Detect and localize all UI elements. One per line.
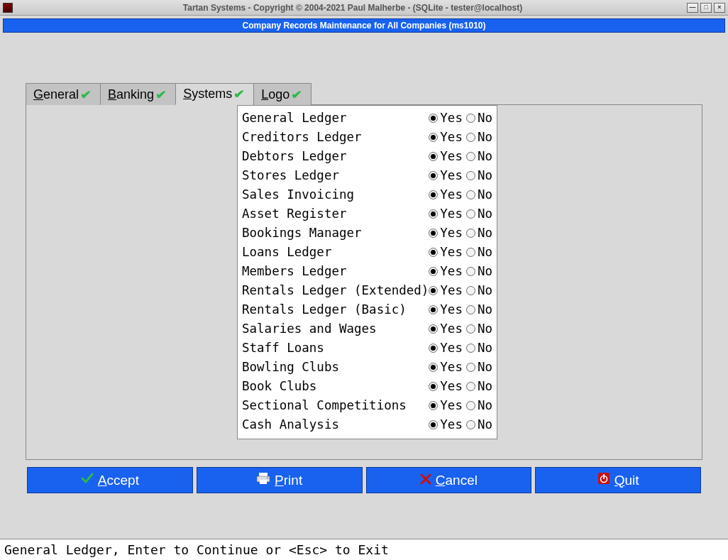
radio-yes-label: Yes [440,319,463,339]
tab-systems[interactable]: Systems ✔ [175,83,254,105]
radio-no[interactable] [466,229,475,238]
radio-yes[interactable] [429,363,438,372]
radio-yes[interactable] [429,229,438,238]
accept-button[interactable]: Accept [27,467,193,493]
radio-no[interactable] [466,382,475,391]
check-icon: ✔ [155,88,167,101]
radio-yes[interactable] [429,401,438,410]
radio-yes[interactable] [429,248,438,257]
radio-group: YesNo [429,224,492,243]
radio-no[interactable] [466,305,475,314]
tab-banking[interactable]: Banking ✔ [100,83,176,105]
radio-no[interactable] [466,363,475,372]
system-row: Sectional CompetitionsYesNo [242,396,492,415]
radio-no-label: No [478,415,492,434]
system-row: Bowling ClubsYesNo [242,358,492,377]
radio-yes[interactable] [429,305,438,314]
maximize-button[interactable]: □ [700,3,712,13]
radio-yes-label: Yes [440,281,463,300]
system-label: Members Ledger [242,262,429,281]
radio-no-label: No [478,224,492,243]
radio-no-label: No [478,185,492,204]
radio-group: YesNo [429,339,492,358]
radio-yes-label: Yes [440,377,463,396]
radio-no[interactable] [466,114,475,123]
tab-general[interactable]: General ✔ [26,83,101,105]
radio-no[interactable] [466,152,475,161]
svg-point-3 [267,478,268,479]
system-row: Bookings ManagerYesNo [242,224,492,243]
close-button[interactable]: × [714,3,725,13]
system-row: General LedgerYesNo [242,109,492,128]
radio-yes[interactable] [429,209,438,219]
tab-panel: General LedgerYesNoCreditors LedgerYesNo… [26,105,702,460]
radio-yes[interactable] [429,190,438,199]
radio-group: YesNo [429,377,492,396]
radio-yes[interactable] [429,171,438,180]
system-label: Stores Ledger [242,166,429,185]
titlebar: Tartan Systems - Copyright © 2004-2021 P… [0,0,728,16]
radio-yes[interactable] [429,114,438,123]
check-icon: ✔ [291,88,302,101]
radio-yes-label: Yes [440,224,463,243]
radio-yes[interactable] [429,267,438,276]
cancel-button[interactable]: Cancel [366,467,532,493]
check-icon [81,472,94,488]
app-icon [3,3,13,13]
radio-no[interactable] [466,286,475,295]
app-body: Company Records Maintenance for All Comp… [0,16,728,539]
radio-no[interactable] [466,248,475,257]
quit-button[interactable]: Quit [535,467,701,493]
radio-yes-label: Yes [440,128,463,147]
radio-group: YesNo [429,396,492,415]
check-icon: ✔ [233,87,245,101]
radio-yes-label: Yes [440,300,463,319]
radio-yes[interactable] [429,420,438,429]
radio-no[interactable] [466,324,475,334]
system-label: Book Clubs [242,377,429,396]
radio-group: YesNo [429,262,492,281]
radio-no-label: No [478,339,492,358]
radio-yes-label: Yes [440,204,463,224]
radio-no[interactable] [466,344,475,353]
radio-no[interactable] [466,190,475,199]
radio-yes[interactable] [429,382,438,391]
radio-group: YesNo [429,185,492,204]
status-bar: General Ledger, Enter to Continue or <Es… [0,539,728,560]
system-row: Cash AnalysisYesNo [242,415,492,434]
radio-no[interactable] [466,401,475,410]
radio-yes-label: Yes [440,109,463,128]
system-row: Stores LedgerYesNo [242,166,492,185]
radio-no-label: No [478,243,492,262]
content-area: General ✔ Banking ✔ Systems ✔ Logo ✔ Gen… [3,33,725,507]
radio-no[interactable] [466,267,475,276]
print-button[interactable]: Print [197,467,363,493]
radio-yes-label: Yes [440,185,463,204]
radio-no[interactable] [466,171,475,180]
radio-no[interactable] [466,420,475,429]
radio-yes[interactable] [429,344,438,353]
radio-no[interactable] [466,209,475,219]
window-title: Tartan Systems - Copyright © 2004-2021 P… [18,3,687,13]
radio-no[interactable] [466,133,475,142]
radio-yes-label: Yes [440,147,463,166]
radio-group: YesNo [429,358,492,377]
tab-logo[interactable]: Logo ✔ [253,83,311,105]
radio-no-label: No [478,281,492,300]
radio-yes[interactable] [429,286,438,295]
radio-no-label: No [478,204,492,224]
window-controls: — □ × [687,3,725,13]
radio-yes[interactable] [429,133,438,142]
radio-yes[interactable] [429,324,438,334]
radio-no-label: No [478,319,492,339]
system-row: Loans LedgerYesNo [242,243,492,262]
system-label: Sales Invoicing [242,185,429,204]
radio-no-label: No [478,300,492,319]
system-label: Sectional Competitions [242,396,429,415]
minimize-button[interactable]: — [687,3,698,13]
radio-yes-label: Yes [440,262,463,281]
radio-yes[interactable] [429,152,438,161]
radio-no-label: No [478,377,492,396]
radio-yes-label: Yes [440,415,463,434]
system-label: Loans Ledger [242,243,429,262]
